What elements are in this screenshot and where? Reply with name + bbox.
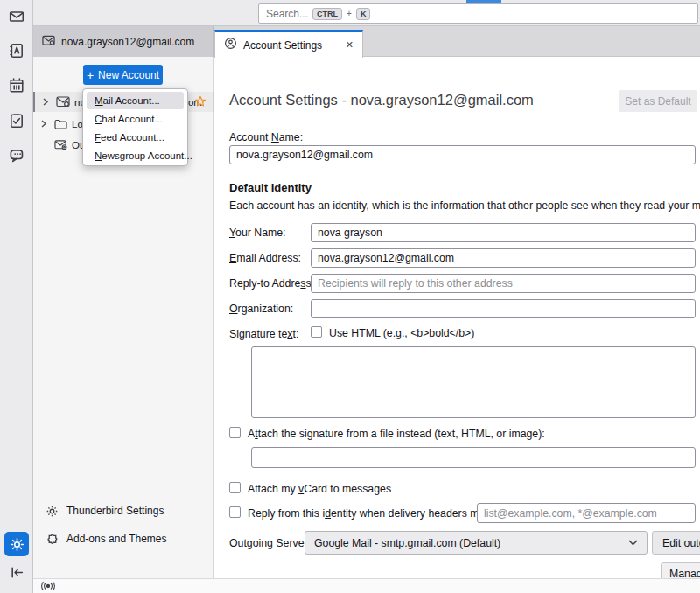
chevron-down-icon: [628, 540, 638, 546]
address-book-icon: [9, 43, 24, 59]
signature-text-label: Signature text:: [229, 328, 298, 340]
top-toolbar: Search... CTRL + K: [0, 0, 700, 26]
mail-account-icon: [56, 96, 70, 108]
spaces-toolbar: [0, 0, 33, 593]
chat-space-button[interactable]: [7, 146, 26, 165]
reply-to-input[interactable]: [311, 274, 696, 293]
signature-file-input[interactable]: [251, 447, 696, 468]
folder-icon: [54, 119, 67, 129]
new-account-label: New Account: [98, 69, 159, 81]
chat-icon: [9, 148, 25, 164]
menu-item-mail-account[interactable]: Mail Account...: [87, 92, 184, 109]
attach-vcard-checkbox[interactable]: [229, 482, 241, 493]
top-accent-bar: [466, 0, 501, 3]
gear-icon: [46, 505, 59, 518]
settings-gear-icon: [10, 537, 24, 552]
email-address-label: Email Address:: [229, 252, 301, 264]
reply-to-label: Reply-to Address:: [229, 277, 314, 290]
collapse-icon: [10, 566, 24, 579]
mail-account-tab-icon: [42, 35, 55, 49]
attach-signature-file-checkbox[interactable]: [229, 427, 241, 438]
status-bar: [33, 578, 700, 593]
menu-item-feed-account[interactable]: Feed Account...: [87, 129, 184, 146]
plus-separator: +: [346, 9, 352, 18]
settings-tab-label: Account Settings: [243, 39, 322, 52]
outgoing-server-select[interactable]: Google Mail - smtp.gmail.com (Default): [304, 531, 648, 555]
menu-item-newsgroup-account[interactable]: Newsgroup Account...: [87, 147, 184, 164]
mail-icon: [9, 9, 24, 24]
your-name-label: Your Name:: [229, 227, 286, 239]
chevron-right-icon[interactable]: [40, 120, 49, 128]
delivery-headers-input[interactable]: [477, 503, 696, 523]
search-placeholder: Search...: [266, 8, 308, 20]
plus-icon: +: [87, 70, 94, 80]
thunderbird-settings-label: Thunderbird Settings: [66, 505, 164, 517]
ctrl-keycap: CTRL: [312, 8, 342, 20]
signature-textarea[interactable]: [251, 346, 696, 418]
tasks-space-button[interactable]: [7, 111, 26, 130]
reply-identity-label: Reply from this identity when delivery h…: [248, 507, 502, 520]
mail-space-button[interactable]: [7, 7, 26, 26]
calendar-icon: [9, 78, 24, 94]
k-keycap: K: [356, 8, 371, 20]
tab-bar: nova.grayson12@gmail.com Account Setting…: [33, 26, 700, 57]
global-search-input[interactable]: Search... CTRL + K: [258, 3, 698, 24]
collapse-spaces-button[interactable]: [7, 563, 26, 581]
organization-input[interactable]: [311, 299, 696, 318]
outgoing-server-icon: [54, 139, 67, 150]
default-identity-heading: Default Identity: [229, 181, 312, 194]
chevron-right-icon[interactable]: [42, 98, 51, 106]
broadcast-status-icon[interactable]: [39, 581, 57, 591]
account-name-input[interactable]: [229, 145, 696, 164]
thunderbird-window: Search... CTRL + K: [0, 0, 700, 593]
page-title: Account Settings - nova.grayson12@gmail.…: [229, 92, 534, 108]
close-tab-icon[interactable]: ✕: [346, 39, 354, 51]
reply-identity-checkbox[interactable]: [229, 506, 241, 518]
calendar-space-button[interactable]: [7, 76, 26, 95]
organization-label: Organization:: [229, 303, 293, 315]
outgoing-server-value: Google Mail - smtp.gmail.com (Default): [314, 537, 500, 549]
use-html-checkbox[interactable]: [311, 326, 322, 338]
account-settings-page: Account Settings - nova.grayson12@gmail.…: [214, 57, 700, 578]
account-settings-tab-icon: [224, 37, 237, 53]
default-account-star-icon: [194, 95, 206, 109]
default-identity-description: Each account has an identity, which is t…: [229, 199, 700, 212]
menu-item-chat-account[interactable]: Chat Account...: [87, 110, 184, 128]
attach-signature-file-label: Attach the signature from a file instead…: [248, 428, 545, 440]
account-name-label: Account Name:: [229, 131, 303, 143]
tasks-icon: [9, 113, 24, 129]
new-account-menu: Mail Account... Chat Account... Feed Acc…: [82, 88, 188, 166]
addons-themes-label: Add-ons and Themes: [66, 533, 167, 545]
settings-space-button-active[interactable]: [4, 532, 29, 556]
use-html-label: Use HTML (e.g., <b>bold</b>): [329, 327, 474, 339]
attach-vcard-label: Attach my vCard to messages: [248, 483, 391, 495]
address-book-space-button[interactable]: [7, 41, 26, 60]
tab-mail-account[interactable]: nova.grayson12@gmail.com: [33, 26, 214, 57]
thunderbird-settings-link[interactable]: Thunderbird Settings: [46, 502, 212, 520]
mail-tab-label: nova.grayson12@gmail.com: [61, 36, 194, 48]
your-name-input[interactable]: [311, 223, 696, 242]
puzzle-icon: [46, 533, 59, 546]
email-address-input[interactable]: [311, 248, 696, 268]
edit-outgoing-server-button[interactable]: Edit outg: [652, 531, 700, 555]
new-account-button[interactable]: + New Account: [83, 65, 163, 85]
set-as-default-button[interactable]: Set as Default: [619, 90, 697, 112]
outgoing-server-label: Outgoing Server:: [229, 537, 311, 549]
tab-account-settings-active[interactable]: Account Settings ✕: [214, 30, 363, 58]
addons-themes-link[interactable]: Add-ons and Themes: [46, 530, 212, 548]
